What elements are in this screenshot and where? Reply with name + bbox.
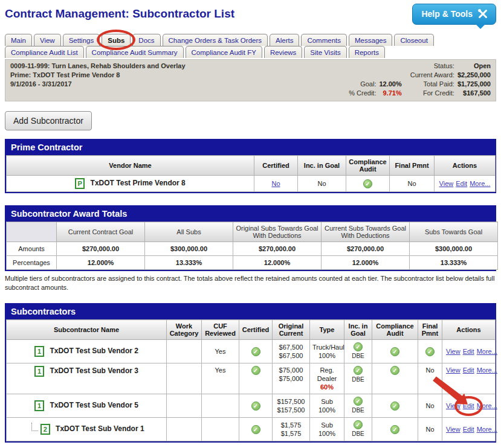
tab-view[interactable]: View (34, 34, 61, 46)
type-line2: 100% (312, 429, 341, 438)
tab-compliance-audit-fy[interactable]: Compliance Audit FY (186, 46, 262, 58)
subcontractor-name: TxDOT Test Sub Vendor 2 (50, 347, 138, 355)
subcontractor-name: TxDOT Test Sub Vendor 5 (50, 401, 138, 409)
view-link[interactable]: View (446, 366, 461, 374)
work-category-cell (167, 394, 202, 418)
tab-compliance-audit-list[interactable]: Compliance Audit List (5, 46, 84, 58)
more-link[interactable]: More... (477, 402, 497, 409)
total-paid-label: Total Paid: (402, 80, 454, 89)
percentages-label: Percentages (7, 256, 57, 270)
col-compliance-audit: Compliance Audit (372, 320, 418, 340)
final-pmnt-cell: No (418, 363, 442, 394)
add-subcontractor-button[interactable]: Add Subcontractor (5, 111, 92, 130)
view-link[interactable]: View (446, 402, 461, 409)
type-line2: 100% (312, 351, 341, 360)
prime-vendor-name: TxDOT Test Prime Vendor 8 (91, 179, 186, 187)
edit-link[interactable]: Edit (463, 426, 474, 433)
edit-link[interactable]: Edit (463, 348, 474, 355)
goal-value: 12.00% (376, 80, 401, 89)
prime-more-link[interactable]: More... (470, 180, 490, 187)
contract-info-left: 0009-11-999: Turn Lanes, Rehab Shoulders… (10, 62, 186, 98)
contract-info-right: Status: Open Current Award: $2,250,000 G… (340, 62, 491, 98)
current-award-value: $2,250,000 (454, 71, 491, 80)
subcontractor-row: 2 TxDOT Test Sub Vendor 1 $1,575 $1,575 … (7, 418, 496, 441)
green-check-icon (251, 425, 260, 434)
original-amount: $157,500 (275, 397, 307, 406)
tab-reviews[interactable]: Reviews (264, 46, 302, 58)
subcontractor-row: 1 TxDOT Test Sub Vendor 2 Yes $67,500 $6… (7, 340, 496, 363)
edit-link[interactable]: Edit (463, 366, 474, 374)
more-link[interactable]: More... (477, 426, 497, 433)
tab-reports[interactable]: Reports (349, 46, 385, 58)
help-tools-button[interactable]: Help & Tools (412, 4, 496, 25)
goal-label: Goal: (340, 80, 376, 89)
prime-view-link[interactable]: View (439, 180, 454, 187)
tab-bar: Main View Settings Subs Docs Change Orde… (5, 34, 496, 58)
subcontractor-row: 1 TxDOT Test Sub Vendor 5 $157,500 $157,… (7, 394, 496, 418)
current-amount: $75,000 (275, 374, 307, 383)
cuf-cell (202, 418, 239, 441)
tab-site-visits[interactable]: Site Visits (304, 46, 346, 58)
green-check-icon (390, 366, 399, 375)
goal-tag: DBE (347, 430, 369, 438)
current-amount: $67,500 (275, 351, 307, 360)
more-link[interactable]: More... (477, 366, 497, 374)
more-link[interactable]: More... (477, 348, 497, 355)
tab-messages[interactable]: Messages (349, 34, 392, 46)
prime-final-pmnt: No (390, 176, 435, 192)
percentages-row: Percentages 12.000% 13.333% 12.000% 12.0… (7, 256, 498, 270)
green-check-icon (363, 179, 372, 188)
tab-docs[interactable]: Docs (132, 34, 160, 46)
col-subs-towards-goal: Subs Towards Goal (410, 222, 498, 242)
prime-contractor-row: P TxDOT Test Prime Vendor 8 No No No Vie… (7, 176, 496, 192)
prime-edit-link[interactable]: Edit (456, 180, 467, 187)
cuf-cell: Yes (202, 363, 239, 394)
tab-alerts[interactable]: Alerts (270, 34, 299, 46)
tab-closeout[interactable]: Closeout (394, 34, 433, 46)
for-credit-label: For Credit: (402, 89, 454, 98)
final-pmnt-cell: No (418, 418, 442, 441)
col-final-pmnt: Final Pmnt (418, 320, 442, 340)
tab-settings[interactable]: Settings (63, 34, 100, 46)
col-work-category: Work Category (167, 320, 202, 340)
green-check-icon (390, 347, 399, 356)
multi-tier-note: Multiple tiers of subcontractors are ass… (5, 274, 496, 292)
goal-tag: DBE (347, 376, 369, 384)
tab-compliance-audit-summary[interactable]: Compliance Audit Summary (86, 46, 184, 58)
original-amount: $1,575 (275, 421, 307, 429)
col-current-subs-towards-goal: Current Subs Towards Goal With Deduction… (322, 222, 410, 242)
view-link[interactable]: View (446, 426, 461, 433)
cuf-cell: Yes (202, 340, 239, 363)
tab-subs[interactable]: Subs (102, 34, 131, 46)
tab-main[interactable]: Main (5, 34, 32, 46)
prime-contractor-panel-title: Prime Contractor (6, 140, 495, 155)
help-tools-label: Help & Tools (421, 9, 473, 19)
edit-link-annotated[interactable]: Edit (463, 402, 474, 409)
subcontractor-name: TxDOT Test Sub Vendor 1 (56, 424, 144, 433)
tab-comments[interactable]: Comments (301, 34, 347, 46)
tier-badge: 1 (34, 400, 44, 411)
col-current-contract-goal: Current Contract Goal (57, 222, 145, 242)
tier-badge: 1 (34, 346, 44, 357)
view-link[interactable]: View (446, 348, 461, 355)
type-line1: Sub (312, 397, 341, 406)
prime-contractor-table: Vendor Name Certified Inc. in Goal Compl… (6, 155, 496, 192)
green-check-icon (354, 397, 363, 406)
prime-certified-link[interactable]: No (271, 180, 280, 187)
original-amount: $75,000 (275, 366, 307, 374)
pct-credit-value: 9.71% (376, 89, 401, 98)
cuf-cell (202, 394, 239, 418)
subcontractors-panel: Subcontractors Subcontractor Name Work C… (5, 303, 496, 443)
amount-cell: $270,000.00 (57, 242, 145, 256)
tab-change-orders[interactable]: Change Orders & Task Orders (163, 34, 268, 46)
page-header: Contract Management: Subcontractor List … (5, 4, 496, 30)
current-award-label: Current Award: (402, 71, 454, 80)
date-range: 9/1/2016 - 3/31/2017 (10, 80, 186, 89)
goal-tag: DBE (347, 406, 369, 415)
prime-badge: P (75, 178, 85, 189)
type-line1: Reg. (312, 366, 341, 374)
current-amount: $1,575 (275, 429, 307, 438)
percentage-cell: 13.333% (145, 256, 233, 270)
green-check-icon (354, 366, 363, 375)
col-actions: Actions (435, 156, 496, 176)
